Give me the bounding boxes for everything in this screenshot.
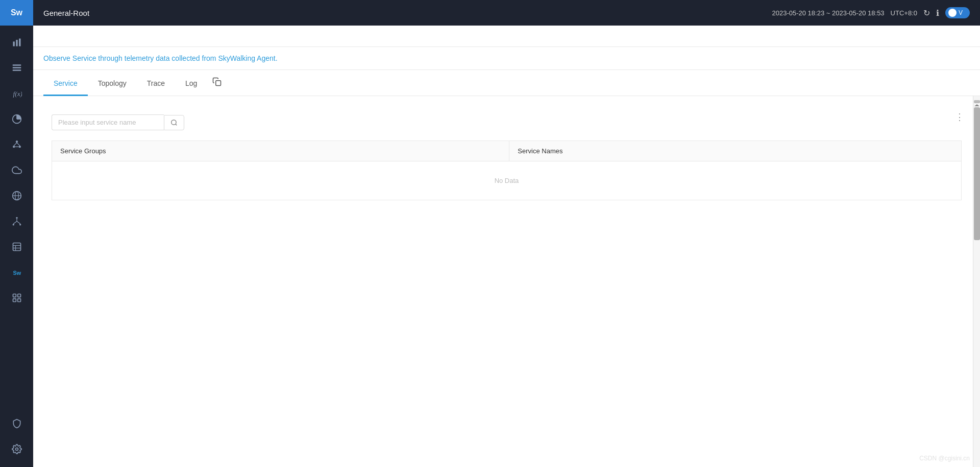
svg-line-14 — [17, 143, 20, 146]
scrollbar-thumb[interactable] — [974, 107, 980, 240]
sidebar-item-cloud[interactable] — [0, 157, 33, 183]
col-service-groups: Service Groups — [52, 141, 509, 161]
svg-marker-38 — [974, 104, 979, 106]
tab-trace-label: Trace — [147, 79, 165, 87]
header-datetime: 2023-05-20 18:23 ~ 2023-05-20 18:53 — [772, 9, 885, 17]
sidebar: Sw f(x) — [0, 0, 33, 467]
svg-point-34 — [15, 448, 18, 451]
tab-log-label: Log — [185, 79, 197, 87]
search-button[interactable] — [164, 115, 184, 130]
tab-topology-label: Topology — [98, 79, 127, 87]
svg-rect-32 — [13, 299, 16, 302]
svg-point-11 — [13, 146, 15, 148]
sidebar-item-topology[interactable] — [0, 132, 33, 157]
globe-icon — [12, 191, 22, 201]
info-link[interactable]: Observe Service through telemetry data c… — [43, 54, 278, 62]
sidebar-item-dashboard[interactable] — [0, 30, 33, 55]
no-data-cell: No Data — [52, 161, 962, 200]
svg-rect-30 — [13, 294, 16, 297]
svg-point-21 — [19, 224, 21, 225]
svg-line-23 — [13, 221, 17, 224]
sidebar-item-settings[interactable] — [0, 436, 33, 462]
sidebar-item-network[interactable] — [0, 183, 33, 208]
sidebar-item-tracing[interactable] — [0, 208, 33, 234]
toggle-label: V — [959, 9, 963, 16]
svg-rect-2 — [19, 39, 20, 46]
svg-line-24 — [17, 221, 20, 224]
svg-rect-3 — [12, 64, 21, 65]
tab-topology[interactable]: Topology — [88, 72, 137, 96]
service-table: Service Groups Service Names No Data — [52, 141, 962, 200]
function-icon: f(x) — [12, 88, 22, 99]
watermark: CSDN @cgisini.cn — [919, 455, 970, 462]
info-icon[interactable]: ℹ — [936, 8, 939, 18]
svg-point-10 — [15, 141, 17, 143]
search-icon — [170, 119, 178, 126]
sidebar-nav: f(x) Sw — [0, 26, 33, 411]
tab-trace[interactable]: Trace — [137, 72, 175, 96]
tree-icon — [12, 216, 22, 226]
cloud-icon — [12, 165, 22, 175]
svg-point-12 — [18, 146, 20, 148]
svg-line-13 — [14, 143, 17, 146]
grid-icon — [12, 293, 22, 303]
svg-point-36 — [172, 120, 176, 124]
main-panel: ⋮ Service Groups Service Names — [41, 104, 972, 211]
svg-text:Sw: Sw — [13, 270, 21, 276]
panel-menu-button[interactable]: ⋮ — [955, 111, 965, 123]
sidebar-item-functions[interactable]: f(x) — [0, 81, 33, 106]
svg-text:f(x): f(x) — [13, 90, 22, 98]
header-right: 2023-05-20 18:23 ~ 2023-05-20 18:53 UTC+… — [772, 7, 970, 18]
panel-wrapper: ⋮ Service Groups Service Names — [33, 96, 980, 467]
layers-icon — [12, 63, 22, 73]
sidebar-item-services[interactable] — [0, 55, 33, 81]
bar-chart-icon — [12, 37, 22, 48]
svg-rect-25 — [13, 243, 20, 251]
tab-log[interactable]: Log — [175, 72, 207, 96]
header-timezone: UTC+8:0 — [891, 9, 917, 17]
pie-chart-icon — [12, 114, 22, 124]
lines-icon — [12, 242, 22, 252]
sidebar-item-skywalking[interactable]: Sw — [0, 260, 33, 285]
info-banner: Observe Service through telemetry data c… — [33, 47, 980, 70]
svg-rect-5 — [12, 69, 21, 71]
svg-rect-4 — [12, 67, 21, 68]
scroll-up-arrow[interactable] — [974, 100, 980, 103]
sidebar-item-log[interactable] — [0, 234, 33, 260]
sidebar-item-profiling[interactable] — [0, 106, 33, 132]
svg-rect-35 — [216, 81, 221, 86]
tab-copy-icon[interactable] — [207, 70, 227, 96]
copy-icon — [212, 77, 222, 86]
col-service-names: Service Names — [509, 141, 962, 161]
toggle-switch[interactable]: V — [945, 7, 970, 18]
search-row — [52, 114, 962, 130]
nodes-icon — [12, 139, 22, 150]
table-header-row: Service Groups Service Names — [52, 141, 962, 161]
sidebar-logo[interactable]: Sw — [0, 0, 33, 26]
skywalking-icon: Sw — [12, 267, 22, 277]
logo-text: Sw — [11, 8, 22, 17]
svg-rect-1 — [16, 40, 17, 46]
sidebar-item-dashboard2[interactable] — [0, 285, 33, 311]
scroll-up-icon — [974, 104, 980, 107]
scrollbar-track[interactable] — [973, 96, 980, 467]
svg-point-20 — [12, 224, 14, 225]
tab-service[interactable]: Service — [43, 72, 88, 96]
page-body: General-Root 2023-05-20 18:23 ~ 2023-05-… — [33, 0, 980, 467]
toggle-knob — [948, 9, 957, 17]
tabs-bar: Service Topology Trace Log — [33, 70, 980, 96]
service-name-input[interactable] — [52, 114, 164, 130]
tab-service-label: Service — [54, 79, 78, 87]
gear-icon — [12, 444, 22, 454]
page-title: General-Root — [43, 9, 89, 17]
svg-line-37 — [176, 124, 177, 125]
no-data-row: No Data — [52, 161, 962, 200]
refresh-icon[interactable]: ↻ — [923, 8, 930, 18]
svg-rect-33 — [17, 299, 20, 302]
header: General-Root 2023-05-20 18:23 ~ 2023-05-… — [33, 0, 980, 26]
svg-point-19 — [16, 217, 17, 219]
shield-icon — [12, 418, 22, 429]
sidebar-item-security[interactable] — [0, 411, 33, 436]
svg-rect-31 — [17, 294, 20, 297]
sidebar-bottom — [0, 411, 33, 467]
